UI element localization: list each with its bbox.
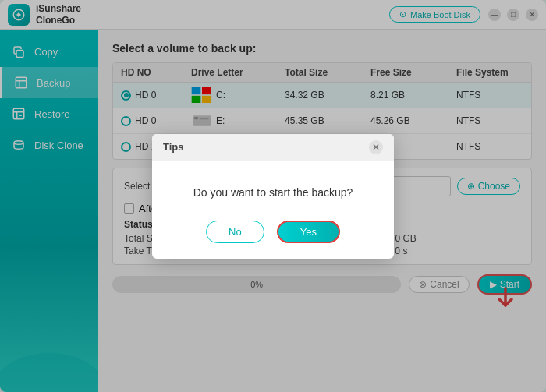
modal-body: Do you want to start the backup? No Yes: [152, 161, 394, 259]
modal-close-button[interactable]: ✕: [369, 140, 383, 154]
close-icon: ✕: [372, 142, 380, 153]
modal-message: Do you want to start the backup?: [168, 186, 378, 199]
modal-no-button[interactable]: No: [206, 221, 264, 243]
modal-title-bar: Tips ✕: [152, 134, 394, 161]
modal-yes-button[interactable]: Yes: [277, 221, 340, 243]
modal-dialog: Tips ✕ Do you want to start the backup? …: [152, 134, 394, 259]
modal-buttons: No Yes: [168, 221, 378, 243]
modal-overlay: Tips ✕ Do you want to start the backup? …: [0, 0, 546, 392]
modal-title: Tips: [163, 141, 184, 153]
app-window: iSunshare CloneGo ⊙ Make Boot Disk — □ ✕: [0, 0, 546, 392]
